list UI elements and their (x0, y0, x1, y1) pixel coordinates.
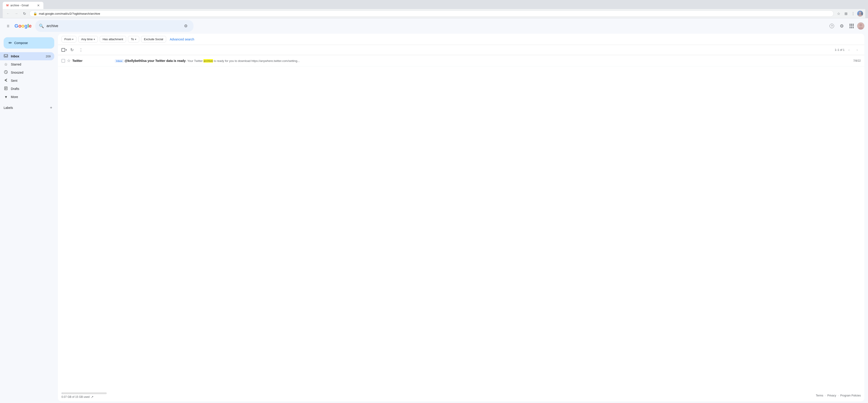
hamburger-menu-button[interactable]: ☰ (4, 22, 13, 31)
browser-extensions-button[interactable]: ⊞ (843, 10, 849, 17)
storage-used-text: 0.07 GB of 15 GB used (61, 395, 90, 399)
starred-icon: ☆ (4, 62, 8, 67)
footer-sep-2: · (838, 394, 839, 397)
next-page-button[interactable]: › (854, 46, 861, 54)
apps-button[interactable] (847, 22, 856, 31)
prev-page-icon: ‹ (848, 48, 849, 52)
search-filters: From ▾ Any time ▾ Has attachment To ▾ Ex… (58, 34, 864, 45)
refresh-emails-icon: ↻ (70, 47, 74, 53)
drafts-label: Drafts (11, 87, 51, 91)
settings-icon: ⚙ (840, 23, 844, 29)
gmail-body: ✏ Compose Inbox 209 ☆ Starred (0, 34, 868, 403)
browser-toolbar: ← → ↻ 🔒 mail.google.com/mail/u/2/?ogbl#s… (3, 9, 865, 18)
search-options-button[interactable]: ⚙ (182, 22, 190, 30)
select-all-container: ▾ (61, 48, 67, 52)
table-row[interactable]: ☆ Twitter Inbox@kellybethlisa your Twitt… (58, 55, 864, 66)
refresh-button[interactable]: ↻ (21, 10, 28, 17)
sidebar-item-more[interactable]: ▾ More (0, 93, 54, 101)
more-icon: ▾ (4, 94, 8, 99)
has-attachment-filter-button[interactable]: Has attachment (100, 36, 126, 42)
tab-favicon: M (6, 4, 8, 7)
pagination-info: 1–1 of 1 ‹ › (835, 46, 861, 54)
sidebar: ✏ Compose Inbox 209 ☆ Starred (0, 34, 58, 403)
forward-button[interactable]: → (13, 10, 20, 17)
to-filter-label: To (131, 37, 134, 41)
user-avatar[interactable] (857, 22, 864, 30)
to-filter-arrow: ▾ (135, 38, 136, 41)
tab-title: archive - Gmail (10, 4, 29, 7)
sidebar-item-starred[interactable]: ☆ Starred (0, 60, 54, 68)
from-filter-arrow: ▾ (72, 38, 73, 41)
from-filter-button[interactable]: From ▾ (61, 36, 76, 42)
browser-tab-active[interactable]: M archive - Gmail ✕ (3, 2, 43, 9)
add-label-icon: + (50, 105, 53, 110)
sidebar-item-snoozed[interactable]: Snoozed (0, 68, 54, 76)
settings-button[interactable]: ⚙ (837, 22, 846, 31)
storage-bar-container (61, 392, 107, 394)
browser-tab-bar: M archive - Gmail ✕ (3, 2, 865, 9)
exclude-social-filter-button[interactable]: Exclude Social (141, 36, 166, 42)
browser-chrome: M archive - Gmail ✕ ← → ↻ 🔒 mail.google.… (0, 0, 868, 18)
inbox-icon (4, 54, 8, 59)
sidebar-item-sent[interactable]: Sent (0, 76, 54, 85)
program-policies-link[interactable]: Program Policies (840, 394, 861, 397)
bookmark-button[interactable]: ☆ (835, 10, 842, 17)
has-attachment-label: Has attachment (103, 37, 123, 41)
starred-label: Starred (11, 63, 51, 66)
more-label: More (11, 95, 51, 99)
search-input[interactable] (46, 24, 179, 28)
drafts-icon (4, 86, 8, 92)
email-star-button[interactable]: ☆ (67, 58, 70, 63)
gmail-app: ☰ Google 🔍 ⚙ ? ⚙ (0, 18, 868, 403)
sidebar-item-drafts[interactable]: Drafts (0, 85, 54, 93)
email-row-checkbox[interactable] (61, 59, 65, 63)
refresh-emails-button[interactable]: ↻ (68, 46, 76, 54)
select-all-checkbox[interactable] (61, 48, 65, 52)
storage-text: 0.07 GB of 15 GB used ↗ (61, 395, 107, 399)
anytime-filter-button[interactable]: Any time ▾ (78, 36, 98, 42)
sent-icon (4, 78, 8, 83)
footer-sep-1: · (825, 394, 826, 397)
email-sender: Twitter (72, 59, 113, 63)
more-actions-button[interactable]: ⋮ (77, 46, 85, 54)
browser-profile-avatar[interactable] (857, 11, 863, 16)
labels-title: Labels (4, 106, 13, 109)
lock-icon: 🔒 (33, 12, 37, 15)
storage-bar-fill (61, 392, 63, 394)
email-snippet: - Your Twitter archive is ready for you … (186, 59, 300, 63)
help-button[interactable]: ? (827, 22, 836, 31)
prev-page-button[interactable]: ‹ (845, 46, 852, 54)
email-subject-text: @kellybethlisa your Twitter data is read… (125, 59, 186, 63)
gmail-logo: Google (14, 23, 32, 29)
storage-manage-link[interactable]: ↗ (91, 395, 94, 399)
advanced-search-link[interactable]: Advanced search (170, 37, 194, 41)
sidebar-item-inbox[interactable]: Inbox 209 (0, 52, 54, 60)
email-date: 7/8/22 (853, 59, 861, 62)
select-dropdown-arrow[interactable]: ▾ (66, 48, 67, 52)
google-g-logo: Google (14, 23, 32, 29)
header-right: ? ⚙ (827, 22, 864, 31)
compose-button[interactable]: ✏ Compose (4, 37, 54, 48)
browser-menu-button[interactable]: ⋮ (850, 10, 856, 17)
storage-section: 0.07 GB of 15 GB used ↗ (61, 392, 107, 399)
tab-close-button[interactable]: ✕ (37, 4, 40, 7)
anytime-filter-label: Any time (81, 37, 93, 41)
email-subject-snippet: Inbox@kellybethlisa your Twitter data is… (115, 59, 850, 63)
email-toolbar: ▾ ↻ ⋮ 1–1 of 1 ‹ › (58, 45, 864, 55)
email-highlight: archive (204, 59, 213, 63)
inbox-label: Inbox (11, 55, 43, 58)
from-filter-label: From (64, 37, 71, 41)
to-filter-button[interactable]: To ▾ (128, 36, 139, 42)
privacy-link[interactable]: Privacy (827, 394, 836, 397)
inbox-count: 209 (46, 55, 51, 58)
sent-label: Sent (11, 79, 51, 82)
terms-link[interactable]: Terms (816, 394, 823, 397)
browser-toolbar-right: ☆ ⊞ ⋮ (835, 10, 863, 17)
url-text: mail.google.com/mail/u/2/?ogbl#search/ar… (39, 12, 830, 15)
add-label-button[interactable]: + (48, 105, 54, 111)
address-bar[interactable]: 🔒 mail.google.com/mail/u/2/?ogbl#search/… (29, 10, 834, 17)
back-button[interactable]: ← (5, 10, 11, 17)
svg-point-1 (858, 14, 862, 16)
snoozed-label: Snoozed (11, 71, 51, 74)
search-options-icon: ⚙ (184, 24, 188, 29)
